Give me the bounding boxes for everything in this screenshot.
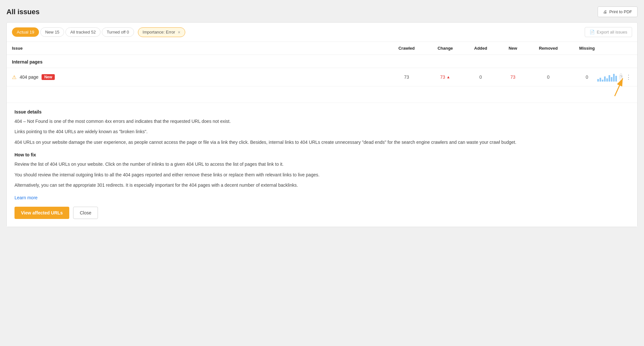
tab-new[interactable]: New 15 [40,27,64,37]
arrow-svg [589,74,628,99]
issue-name-cell: ⚠ 404 page New [12,74,387,80]
print-button[interactable]: 🖨 Print to PDF [598,6,638,17]
tab-alltracked[interactable]: All tracked 52 [65,27,101,37]
new-cell: 73 [497,74,529,80]
tab-turnedoff[interactable]: Turned off 0 [102,27,134,37]
view-affected-urls-button[interactable]: View affected URLs [14,207,69,219]
new-badge: New [42,74,55,80]
svg-line-1 [615,78,623,96]
how-to-fix-section: How to fix Review the list of 404 URLs o… [14,152,630,200]
crawled-cell: 73 [387,74,426,80]
detail-para2: Links pointing to the 404 URLs are widel… [14,128,630,135]
arrow-annotation [7,86,637,103]
warning-icon: ⚠ [12,74,16,80]
filter-chip[interactable]: Importance: Error × [138,27,185,37]
table-header: Issue Crawled Change Added New Removed M… [7,42,637,55]
detail-para1: 404 – Not Found is one of the most commo… [14,118,630,125]
fix-para1: Review the list of 404 URLs on your webs… [14,161,630,168]
issue-details-title: Issue details [14,109,630,114]
action-buttons: View affected URLs Close [14,207,630,219]
fix-para3: Alternatively, you can set the appropria… [14,182,630,189]
main-panel: Actual 19 New 15 All tracked 52 Turned o… [6,22,638,227]
print-icon: 🖨 [603,9,607,14]
change-cell: 73 ▲ [426,74,465,80]
how-to-fix-title: How to fix [14,152,630,157]
detail-para3: 404 URLs on your website damage the user… [14,139,630,146]
export-button[interactable]: 📄 Export all issues [585,27,632,37]
table-row[interactable]: ⚠ 404 page New 73 73 ▲ 0 73 0 0 [7,68,637,86]
arrow-up-icon: ▲ [447,75,450,79]
page-title: All issues [6,8,40,16]
added-cell: 0 [465,74,497,80]
learn-more-link[interactable]: Learn more [14,195,38,200]
export-icon: 📄 [590,30,595,35]
close-button[interactable]: Close [73,207,98,219]
filter-close-icon[interactable]: × [178,30,180,35]
section-header-internal-pages: Internal pages [7,55,637,68]
detail-panel: Issue details 404 – Not Found is one of … [7,103,637,227]
tabs-row: Actual 19 New 15 All tracked 52 Turned o… [7,23,637,42]
fix-para2: You should review the internal outgoing … [14,171,630,178]
removed-cell: 0 [529,74,568,80]
tab-actual[interactable]: Actual 19 [12,27,39,37]
